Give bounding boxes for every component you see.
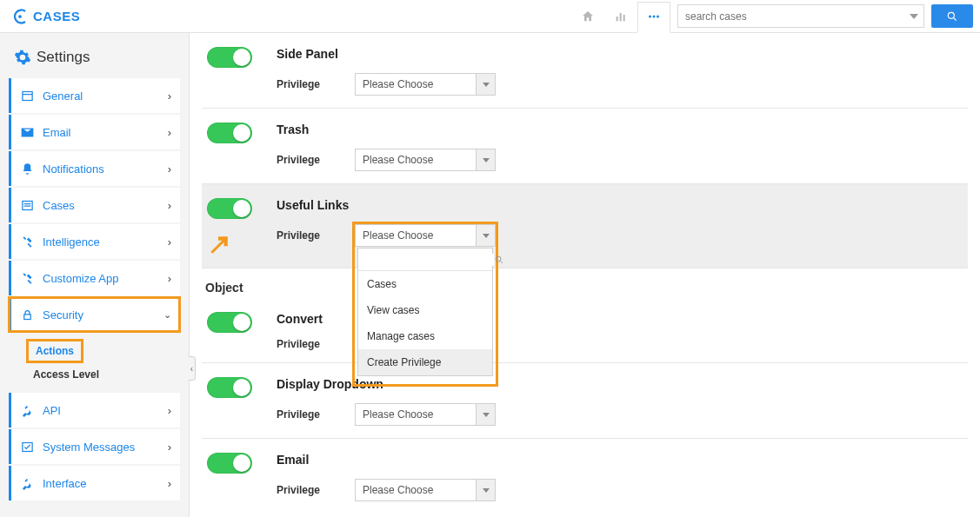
dropdown-search <box>358 249 492 271</box>
toggle-useful-links[interactable] <box>207 198 252 219</box>
tools-icon <box>20 235 34 249</box>
dropdown-option-create-privilege[interactable]: Create Privilege <box>358 349 492 375</box>
sidebar-item-system-messages[interactable]: System Messages › <box>9 429 180 464</box>
sidebar-subitem-actions[interactable]: Actions <box>26 339 83 363</box>
settings-title-text: Settings <box>37 49 90 66</box>
chevron-right-icon: › <box>168 404 171 417</box>
privilege-select-trash[interactable]: Please Choose <box>355 149 496 171</box>
svg-point-7 <box>948 12 954 18</box>
sidebar-item-notifications[interactable]: Notifications › <box>9 151 180 186</box>
privilege-label: Privilege <box>277 154 332 166</box>
chevron-right-icon: › <box>168 441 171 454</box>
sidebar-item-label: Notifications <box>43 162 104 176</box>
brand: CASES <box>7 9 80 24</box>
chevron-right-icon: › <box>168 162 171 176</box>
dropdown-panel: Cases View cases Manage cases Create Pri… <box>357 248 493 376</box>
setting-row-useful-links: Useful Links Privilege Please Choose <box>202 184 968 268</box>
select-value: Please Choose <box>355 149 477 171</box>
dropdown-search-input[interactable] <box>363 254 494 266</box>
layout: Settings General › Email › Notifications… <box>0 33 980 517</box>
search-icon <box>494 255 504 265</box>
sidebar-item-interface[interactable]: Interface › <box>9 466 180 500</box>
dropdown-option-manage-cases[interactable]: Manage cases <box>358 323 492 349</box>
row-title: Trash <box>277 123 968 136</box>
row-title: Useful Links <box>277 198 968 212</box>
privilege-label: Privilege <box>277 408 332 421</box>
plug-icon <box>20 403 34 417</box>
sidebar-item-label: Security <box>43 308 83 321</box>
toggle-email[interactable] <box>207 453 252 474</box>
topbar-right <box>571 1 973 32</box>
caret-down-icon <box>477 403 496 426</box>
brand-title: CASES <box>33 9 80 23</box>
sidebar-item-security[interactable]: Security ⌄ <box>9 297 180 332</box>
privilege-label: Privilege <box>277 78 332 90</box>
sidebar-item-cases[interactable]: Cases › <box>9 188 180 222</box>
sidebar-subitem-access-level[interactable]: Access Level <box>26 363 180 386</box>
gear-icon <box>14 49 31 66</box>
sidebar-item-label: Customize App <box>43 272 118 285</box>
chevron-right-icon: › <box>168 89 171 103</box>
toggle-convert[interactable] <box>207 312 252 333</box>
sidebar-item-api[interactable]: API › <box>9 393 180 428</box>
svg-line-17 <box>501 261 503 263</box>
sidebar-item-label: Intelligence <box>43 235 100 249</box>
sidebar-item-general[interactable]: General › <box>9 78 180 113</box>
svg-point-4 <box>649 16 651 18</box>
sidebar-item-label: Email <box>43 126 71 139</box>
more-button[interactable] <box>637 2 670 33</box>
privilege-label: Privilege <box>277 338 332 350</box>
search-button[interactable] <box>931 4 973 28</box>
search-scope-caret[interactable] <box>903 4 924 28</box>
privilege-label: Privilege <box>277 484 332 496</box>
security-subitems: Actions Access Level <box>9 334 180 393</box>
toggle-side-panel[interactable] <box>207 47 252 68</box>
callout-arrow-icon <box>207 233 230 255</box>
sidebar-item-customize-app[interactable]: Customize App › <box>9 261 180 295</box>
content: Side Panel Privilege Please Choose Trash… <box>190 33 980 517</box>
topbar: CASES <box>0 0 980 33</box>
brand-logo-icon <box>12 9 28 24</box>
setting-row-display-dropdown: Display Dropdown Privilege Please Choose <box>202 363 968 439</box>
dropdown-option-cases[interactable]: Cases <box>358 271 492 297</box>
toggle-trash[interactable] <box>207 123 252 143</box>
privilege-label: Privilege <box>277 229 332 242</box>
list-icon <box>20 198 34 212</box>
lock-icon <box>20 308 34 321</box>
dropdown-option-view-cases[interactable]: View cases <box>358 297 492 323</box>
chevron-down-icon: ⌄ <box>163 309 171 321</box>
sidebar: Settings General › Email › Notifications… <box>0 33 190 517</box>
search-input[interactable] <box>677 4 903 28</box>
caret-down-icon <box>477 479 496 501</box>
caret-down-icon <box>477 73 496 96</box>
caret-down-icon <box>477 149 496 171</box>
section-header-object: Object <box>202 268 968 298</box>
svg-rect-3 <box>623 15 625 21</box>
mail-icon <box>20 125 34 139</box>
check-icon <box>20 440 34 454</box>
privilege-select-email[interactable]: Please Choose <box>355 479 496 501</box>
stats-button[interactable] <box>604 1 637 32</box>
row-title: Email <box>277 453 968 467</box>
window-icon <box>20 89 34 103</box>
home-button[interactable] <box>571 1 604 32</box>
toggle-display-dropdown[interactable] <box>207 377 252 398</box>
svg-line-8 <box>954 17 957 20</box>
privilege-select-side-panel[interactable]: Please Choose <box>355 73 496 96</box>
sidebar-item-intelligence[interactable]: Intelligence › <box>9 224 180 259</box>
settings-title: Settings <box>9 40 180 78</box>
sidebar-item-label: System Messages <box>43 441 135 454</box>
sidebar-item-label: Cases <box>43 199 75 212</box>
svg-point-6 <box>657 16 659 18</box>
sidebar-item-label: API <box>43 404 61 417</box>
sidebar-item-email[interactable]: Email › <box>9 115 180 149</box>
chevron-right-icon: › <box>168 199 171 212</box>
row-title: Side Panel <box>277 47 968 61</box>
chevron-right-icon: › <box>168 235 171 249</box>
plug-icon <box>20 476 34 490</box>
svg-point-16 <box>496 256 501 262</box>
privilege-select-display-dropdown[interactable]: Please Choose <box>355 403 496 426</box>
dropdown-highlight: Cases View cases Manage cases Create Pri… <box>352 222 498 387</box>
svg-rect-2 <box>620 13 622 21</box>
sidebar-item-label: Interface <box>43 477 87 490</box>
